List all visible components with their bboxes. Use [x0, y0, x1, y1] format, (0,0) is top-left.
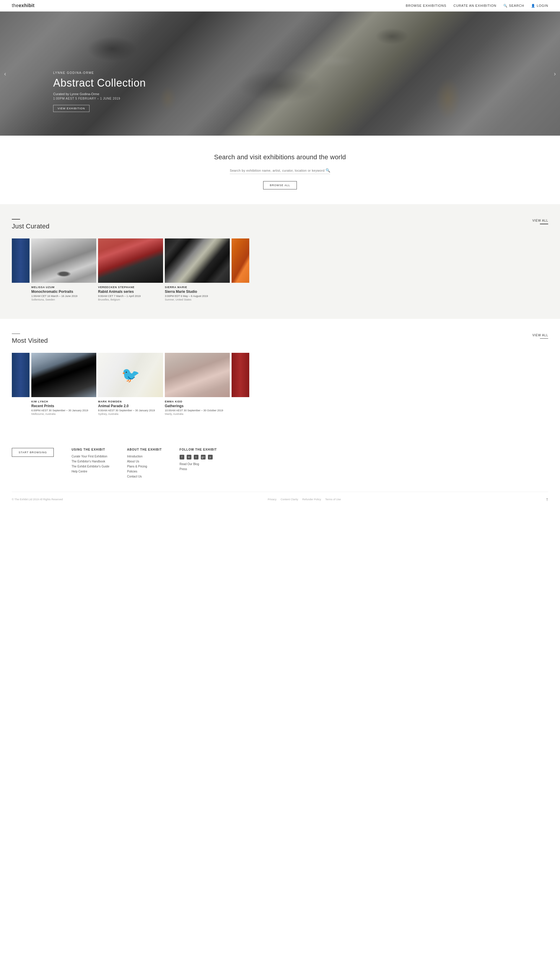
footer-using-link-0[interactable]: Curate Your First Exhibition: [72, 455, 109, 458]
just-curated-view-all-line: [540, 224, 548, 224]
twitter-icon[interactable]: t: [194, 455, 199, 459]
footer-bottom: © The Exhibit Ltd 2019 All Rights Reserv…: [12, 492, 548, 502]
woman-red-image: [98, 238, 163, 283]
footer-follow-col: Follow The Exhibit f in t g+ p Read Our …: [180, 448, 217, 473]
google-plus-icon[interactable]: g+: [201, 455, 206, 459]
nav-browse[interactable]: Browse Exhibitions: [406, 4, 446, 7]
hero-next-button[interactable]: ›: [554, 70, 556, 77]
most-visited-card-1[interactable]: Mark Rowden Animal Parade 2.0 8:00AM AES…: [98, 353, 163, 415]
hero-section: Lynne Godina-Orme Abstract Collection Cu…: [0, 11, 560, 136]
back-to-top-button[interactable]: ↑: [546, 497, 548, 502]
footer-about-link-1[interactable]: About Us: [127, 460, 162, 463]
browse-all-button[interactable]: Browse All: [263, 181, 297, 189]
footer-using-link-2[interactable]: The Exhibit Exhibitor's Guide: [72, 465, 109, 468]
just-curated-cards: Melissa Uzum Monochromatic Portraits 1:0…: [0, 238, 560, 301]
footer-follow-title: Follow The Exhibit: [180, 448, 217, 451]
red-left-image: [232, 353, 249, 397]
card-image-2: [165, 238, 230, 283]
most-visited-card-2[interactable]: Emma Kidd Gatherings 10:00AM AEST 30 Sep…: [165, 353, 230, 415]
footer-content-clarity-link[interactable]: Content Clarity: [281, 498, 298, 501]
footer-privacy-link[interactable]: Privacy: [267, 498, 277, 501]
hero-curated-by: Curated by Lynne Godina-Orme: [53, 92, 146, 96]
start-browsing-button[interactable]: Start Browsing: [12, 448, 54, 457]
card-title-0: Monochromatic Portraits: [31, 290, 96, 294]
just-curated-view-all-label: View All: [532, 219, 548, 222]
nav-curate[interactable]: Curate an Exhibition: [454, 4, 496, 7]
mv-card-location-0: Melbourne, Australia: [31, 412, 96, 415]
facebook-icon[interactable]: f: [180, 455, 184, 459]
footer-press-link[interactable]: Press: [180, 467, 217, 471]
just-curated-card-0[interactable]: Melissa Uzum Monochromatic Portraits 1:0…: [31, 238, 96, 301]
nav-login-link[interactable]: 👤 Login: [531, 4, 548, 8]
mv-card-artist-1: Mark Rowden: [98, 400, 163, 403]
footer-using-links: Curate Your First Exhibition The Exhibit…: [72, 455, 109, 473]
logo-part2: exhibit: [19, 3, 34, 8]
just-curated-card-edge-left[interactable]: [12, 238, 30, 301]
footer-using-link-1[interactable]: The Exhibitor's Handbook: [72, 460, 109, 463]
mv-card-title-1: Animal Parade 2.0: [98, 404, 163, 408]
footer-social-icons: f in t g+ p: [180, 455, 217, 459]
monochrome-face-image: [31, 238, 96, 283]
most-visited-header: Most Visited View All: [0, 333, 560, 345]
card-image-0: [31, 238, 96, 283]
most-visited-edge-right[interactable]: [232, 353, 249, 415]
most-visited-edge-left-img: [12, 353, 30, 397]
footer-using-link-3[interactable]: Help Centre: [72, 470, 109, 473]
bird-image: [98, 353, 163, 397]
mv-card-image-2: [165, 353, 230, 397]
footer-about-title: About The Exhibit: [127, 448, 162, 451]
just-curated-card-2[interactable]: Sierra Marie Sierra Marie Studio 3:00PM …: [165, 238, 230, 301]
footer-about-link-3[interactable]: Policies: [127, 470, 162, 473]
card-image-1: [98, 238, 163, 283]
most-visited-view-all-label: View All: [532, 333, 548, 337]
just-curated-section: Just Curated View All Melissa Uzum Monoc…: [0, 204, 560, 319]
most-visited-section: Most Visited View All Kim Lynch Recent P…: [0, 319, 560, 434]
mv-card-title-0: Recent Prints: [31, 404, 96, 408]
most-visited-cards: Kim Lynch Recent Prints 6:00PM AEST 30 S…: [0, 353, 560, 415]
most-visited-title: Most Visited: [12, 337, 48, 344]
mv-card-location-1: Sydney, Australia: [98, 412, 163, 415]
footer-about-links: Introduction About Us Plans & Pricing Po…: [127, 455, 162, 478]
hero-date: 1:00PM AEST 5 February – 1 June 2019: [53, 97, 146, 100]
footer-about-link-2[interactable]: Plans & Pricing: [127, 465, 162, 468]
logo-part1: the: [12, 3, 19, 8]
most-visited-edge-left[interactable]: [12, 353, 30, 415]
just-curated-view-all[interactable]: View All: [532, 219, 548, 224]
just-curated-card-edge-right[interactable]: [232, 238, 249, 301]
footer-bottom-links: Privacy Content Clarity Refunder Policy …: [267, 498, 341, 501]
footer-about-link-4[interactable]: Contact Us: [127, 475, 162, 478]
mv-card-date-0: 6:00PM AEST 30 September – 30 January 20…: [31, 409, 96, 412]
mv-card-location-2: Manly, Australia: [165, 412, 230, 415]
footer-terms-link[interactable]: Terms of Use: [325, 498, 341, 501]
most-visited-view-all[interactable]: View All: [532, 333, 548, 339]
mv-card-artist-0: Kim Lynch: [31, 400, 96, 403]
mv-card-image-0: [31, 353, 96, 397]
card-location-1: Bruxelles, Belgium: [98, 298, 163, 301]
card-artist-0: Melissa Uzum: [31, 286, 96, 289]
hero-cta-button[interactable]: View Exhibition: [53, 105, 89, 112]
just-curated-card-1[interactable]: Vereecken Stephane Rabid Animals series …: [98, 238, 163, 301]
mv-card-artist-2: Emma Kidd: [165, 400, 230, 403]
footer-blog-link[interactable]: Read Our Blog: [180, 462, 217, 466]
most-visited-title-block: Most Visited: [12, 333, 48, 345]
footer-about-link-0[interactable]: Introduction: [127, 455, 162, 458]
most-visited-card-0[interactable]: Kim Lynch Recent Prints 6:00PM AEST 30 S…: [31, 353, 96, 415]
card-date-1: 9:00AM CET 7 March – 1 April 2019: [98, 294, 163, 297]
pinterest-icon[interactable]: p: [208, 455, 213, 459]
linkedin-icon[interactable]: in: [187, 455, 191, 459]
crow-image: [31, 353, 96, 397]
abstract-fluid-image: [165, 238, 230, 283]
nav-search-link[interactable]: 🔍 Search: [503, 4, 524, 8]
site-logo[interactable]: theexhibit: [12, 3, 34, 8]
search-input[interactable]: [230, 169, 325, 172]
most-visited-title-line: [12, 333, 20, 334]
search-submit-button[interactable]: 🔍: [325, 168, 330, 172]
footer-start-section: Start Browsing: [12, 448, 54, 457]
footer-using-title: Using The Exhibit: [72, 448, 109, 451]
hero-prev-button[interactable]: ‹: [4, 70, 6, 77]
edge-image: [12, 238, 30, 283]
footer-refunder-policy-link[interactable]: Refunder Policy: [302, 498, 321, 501]
nav-links: Browse Exhibitions Curate an Exhibition …: [406, 4, 548, 8]
orange-abstract-image: [232, 238, 249, 283]
card-title-1: Rabid Animals series: [98, 290, 163, 294]
